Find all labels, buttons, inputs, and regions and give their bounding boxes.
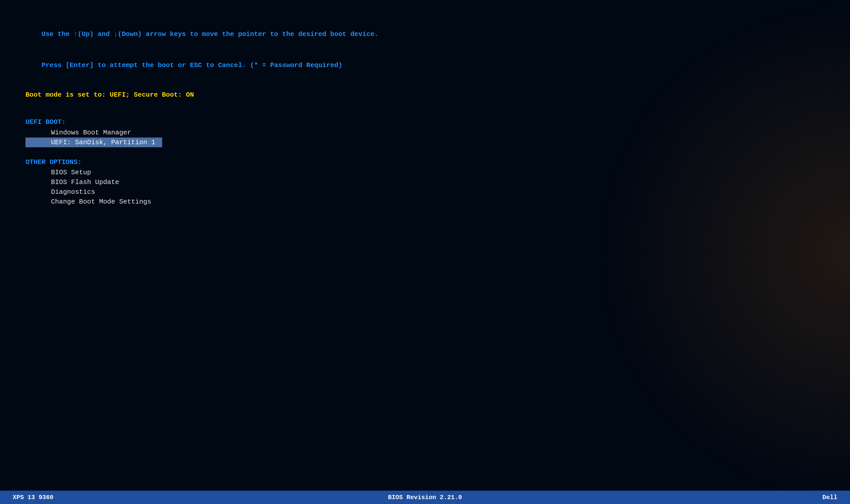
list-item[interactable]: UEFI: SanDisk, Partition 1 — [25, 138, 162, 147]
uefi-boot-items: Windows Boot Manager UEFI: SanDisk, Part… — [25, 128, 825, 147]
other-options-items: BIOS Setup BIOS Flash Update Diagnostics… — [25, 167, 825, 206]
footer-device-name: XPS 13 9360 — [13, 494, 53, 501]
footer-bios-version: BIOS Revision 2.21.0 — [388, 494, 462, 501]
boot-mode-line: Boot mode is set to: UEFI; Secure Boot: … — [25, 91, 825, 99]
other-options-header: OTHER OPTIONS: — [25, 158, 825, 166]
instruction-line2: Press [Enter] to attempt the boot or ESC… — [42, 61, 342, 69]
list-item[interactable]: Change Boot Mode Settings — [25, 197, 825, 206]
list-item[interactable]: Windows Boot Manager — [25, 128, 825, 138]
footer-bar: XPS 13 9360 BIOS Revision 2.21.0 Dell — [0, 491, 850, 504]
instruction-line1: Use the ↑(Up) and ↓(Down) arrow keys to … — [42, 30, 379, 38]
other-options-section: OTHER OPTIONS: BIOS Setup BIOS Flash Upd… — [25, 151, 825, 206]
footer-brand: Dell — [822, 494, 837, 501]
main-content: Use the ↑(Up) and ↓(Down) arrow keys to … — [0, 0, 850, 491]
uefi-boot-header: UEFI BOOT: — [25, 118, 825, 126]
list-item[interactable]: BIOS Setup — [25, 167, 825, 177]
list-item[interactable]: BIOS Flash Update — [25, 177, 825, 187]
instructions-text: Use the ↑(Up) and ↓(Down) arrow keys to … — [25, 19, 825, 81]
list-item[interactable]: Diagnostics — [25, 187, 825, 197]
